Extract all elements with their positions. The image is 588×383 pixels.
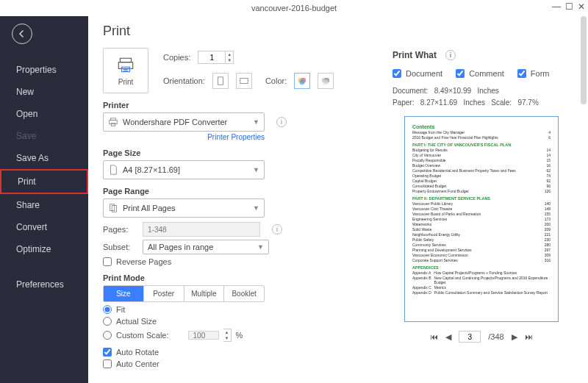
- color-mode-button[interactable]: [294, 73, 310, 89]
- copies-stepper[interactable]: ▲▼: [226, 51, 234, 64]
- auto-rotate-checkbox[interactable]: Auto Rotate: [103, 348, 379, 357]
- printer-icon: [116, 56, 135, 75]
- printmode-tab-booklet[interactable]: Booklet: [224, 286, 264, 301]
- sidebar-item-convert[interactable]: Convert: [0, 216, 88, 238]
- orientation-label: Orientation:: [163, 76, 205, 85]
- last-page-icon[interactable]: ⏭: [525, 332, 533, 341]
- info-icon[interactable]: i: [276, 117, 287, 127]
- printer-properties-link[interactable]: Printer Properties: [103, 133, 265, 141]
- pagesize-select[interactable]: A4 [8.27×11.69]▼: [103, 160, 265, 179]
- grayscale-mode-button[interactable]: [318, 73, 334, 89]
- prev-page-icon[interactable]: ◀: [445, 332, 451, 342]
- sidebar-item-share[interactable]: Share: [0, 194, 88, 216]
- printwhat-form[interactable]: Form: [517, 69, 550, 78]
- pagesize-header: Page Size: [103, 148, 379, 157]
- pages-label: Pages:: [103, 225, 135, 234]
- printwhat-header: Print Whati: [392, 50, 570, 60]
- pagerange-select[interactable]: Print All Pages▼: [103, 198, 265, 218]
- custom-scale-input[interactable]: [188, 331, 219, 340]
- actual-radio[interactable]: Actual Size: [103, 317, 379, 326]
- print-button-label: Print: [118, 78, 134, 86]
- pages-icon: [108, 203, 118, 213]
- print-button[interactable]: Print: [103, 48, 148, 93]
- page-icon: [108, 165, 118, 175]
- back-button[interactable]: [12, 24, 32, 44]
- first-page-icon[interactable]: ⏮: [430, 332, 438, 341]
- reverse-pages-checkbox[interactable]: Reverse Pages: [103, 257, 379, 266]
- sidebar-item-save: Save: [0, 125, 88, 147]
- auto-center-checkbox[interactable]: Auto Center: [103, 359, 379, 368]
- color-label: Color:: [265, 76, 287, 85]
- page-preview: ContentsMessage from the City Manager420…: [404, 116, 559, 322]
- printwhat-document[interactable]: Document: [392, 69, 442, 78]
- close-icon[interactable]: ✕: [578, 1, 585, 12]
- sidebar-item-optimize[interactable]: Optimize: [0, 238, 88, 260]
- sidebar-item-properties[interactable]: Properties: [0, 59, 88, 81]
- printmode-header: Print Mode: [103, 273, 379, 282]
- subset-label: Subset:: [103, 243, 135, 251]
- window-title: vancouver-2016-budget: [251, 4, 337, 12]
- titlebar: vancouver-2016-budget — ☐ ✕: [0, 0, 588, 16]
- svg-rect-1: [118, 62, 133, 68]
- printer-select[interactable]: Wondershare PDF Converter▼: [103, 112, 265, 132]
- printer-icon: [108, 117, 118, 127]
- fit-radio[interactable]: Fit: [103, 305, 379, 314]
- page-total: /348: [488, 332, 503, 341]
- sidebar-item-print[interactable]: Print: [0, 169, 88, 194]
- svg-point-12: [323, 79, 329, 85]
- sidebar-item-preferences[interactable]: Preferences: [0, 273, 88, 296]
- sidebar-item-new[interactable]: New: [0, 81, 88, 103]
- svg-rect-14: [111, 118, 116, 121]
- svg-rect-5: [218, 77, 223, 85]
- svg-rect-6: [240, 79, 248, 84]
- printmode-tab-multiple[interactable]: Multiple: [184, 286, 225, 301]
- pagerange-header: Page Range: [103, 187, 379, 196]
- next-page-icon[interactable]: ▶: [512, 332, 517, 342]
- pages-input[interactable]: [143, 222, 260, 237]
- copies-label: Copies:: [163, 53, 190, 62]
- subset-select[interactable]: All Pages in range▼: [143, 240, 269, 254]
- minimize-icon[interactable]: —: [552, 1, 561, 12]
- page-title: Print: [103, 24, 379, 39]
- landscape-button[interactable]: [236, 73, 252, 89]
- printmode-tabs: SizePosterMultipleBooklet: [103, 285, 265, 302]
- printmode-tab-poster[interactable]: Poster: [144, 286, 184, 301]
- copies-input[interactable]: [198, 51, 226, 64]
- chevron-left-icon: [18, 29, 26, 38]
- printmode-tab-size[interactable]: Size: [104, 286, 144, 301]
- scrollbar[interactable]: [581, 16, 587, 104]
- doc-dims: Document: 8.49×10.99 Inches Paper: 8.27×…: [392, 85, 570, 109]
- custom-scale-stepper[interactable]: ▲▼: [223, 329, 232, 342]
- sidebar-item-save-as[interactable]: Save As: [0, 147, 88, 169]
- printer-header: Printer: [103, 101, 379, 110]
- printwhat-comment[interactable]: Comment: [456, 69, 504, 78]
- custom-radio[interactable]: Custom Scale: ▲▼ %: [103, 329, 379, 342]
- page-number-input[interactable]: [459, 331, 481, 343]
- sidebar: PropertiesNewOpenSaveSave AsPrintShareCo…: [0, 16, 88, 383]
- portrait-button[interactable]: [212, 73, 229, 89]
- sidebar-item-open[interactable]: Open: [0, 103, 88, 125]
- svg-rect-0: [120, 58, 131, 62]
- maximize-icon[interactable]: ☐: [565, 1, 573, 12]
- info-icon[interactable]: i: [272, 224, 282, 235]
- svg-point-9: [300, 79, 305, 85]
- info-icon[interactable]: i: [445, 50, 456, 60]
